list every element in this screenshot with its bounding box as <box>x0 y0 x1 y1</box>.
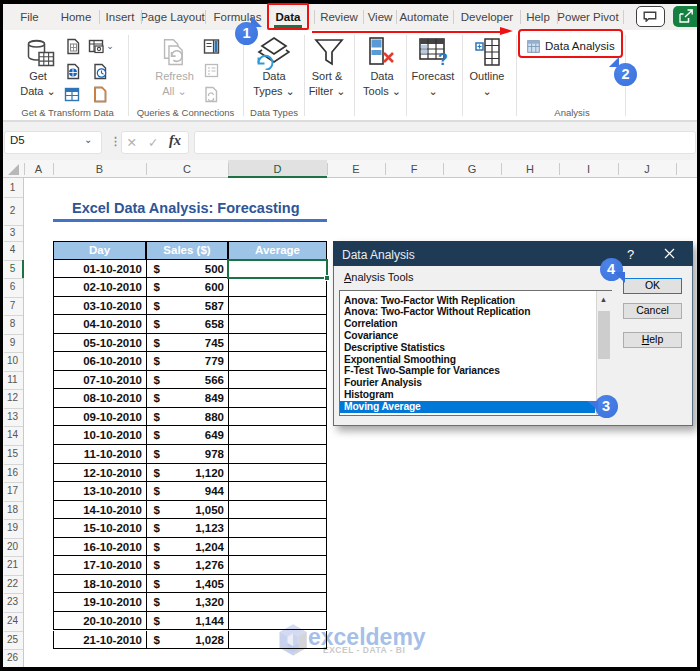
svg-text:?: ? <box>438 51 448 68</box>
